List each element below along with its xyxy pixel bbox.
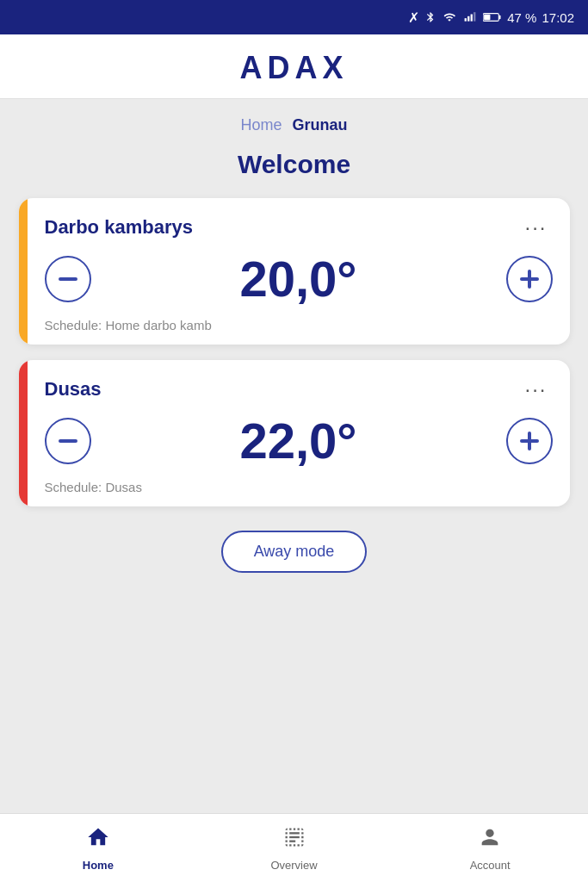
bottom-nav: Home Overview Account	[0, 813, 588, 882]
device-menu-button[interactable]: ···	[519, 214, 552, 241]
device-schedule: Schedule: Home darbo kamb	[45, 318, 553, 332]
svg-rect-13	[289, 832, 300, 834]
breadcrumb: Home Grunau	[240, 116, 347, 134]
app-logo: ADAX	[239, 50, 348, 86]
svg-rect-1	[467, 16, 469, 22]
bluetooth-icon	[424, 9, 436, 25]
battery-percent: 47 %	[507, 10, 536, 25]
device-card-header: Darbo kambarys ···	[45, 214, 553, 241]
svg-rect-0	[465, 18, 467, 22]
temp-decrease-button-2[interactable]	[45, 418, 91, 464]
breadcrumb-home[interactable]: Home	[240, 116, 282, 134]
nav-item-overview[interactable]: Overview	[196, 825, 393, 872]
svg-rect-6	[484, 15, 490, 21]
device-temp-row: 20,0°	[45, 250, 553, 307]
temperature-value-2: 22,0°	[91, 412, 506, 469]
nav-label-home: Home	[83, 859, 114, 872]
main-content: Home Grunau Welcome Darbo kambarys ··· 2…	[0, 99, 588, 813]
temp-increase-button[interactable]	[506, 256, 553, 302]
temperature-value: 20,0°	[91, 250, 506, 307]
temp-decrease-button[interactable]	[45, 256, 91, 302]
svg-rect-14	[289, 835, 300, 837]
device-name: Darbo kambarys	[45, 216, 193, 239]
home-icon	[86, 825, 110, 855]
device-card-darbo-kambarys: Darbo kambarys ··· 20,0° Schedule: Home …	[19, 198, 570, 345]
temp-increase-button-2[interactable]	[506, 418, 553, 464]
welcome-title: Welcome	[238, 150, 350, 179]
status-icons: ✗ 47 % 17:02	[408, 9, 574, 26]
svg-rect-3	[473, 12, 475, 22]
svg-rect-9	[520, 277, 539, 281]
svg-rect-5	[499, 16, 501, 19]
device-card-header-2: Dusas ···	[45, 376, 553, 403]
clock: 17:02	[542, 10, 574, 25]
nav-item-home[interactable]: Home	[0, 825, 196, 872]
device-menu-button-2[interactable]: ···	[519, 376, 552, 403]
nav-label-overview: Overview	[270, 859, 317, 872]
device-indicator-red	[19, 360, 28, 506]
svg-rect-2	[471, 15, 473, 22]
bluetooth-icon: ✗	[408, 9, 419, 26]
svg-rect-7	[59, 277, 77, 281]
device-card-inner-2: Dusas ··· 22,0° Schedule: Dusas	[28, 360, 570, 506]
battery-icon	[483, 11, 502, 23]
nav-item-account[interactable]: Account	[392, 825, 588, 872]
status-bar: ✗ 47 % 17:02	[0, 0, 588, 34]
device-card-dusas: Dusas ··· 22,0° Schedule: Dusas	[19, 360, 570, 506]
device-temp-row-2: 22,0°	[45, 412, 553, 469]
device-card-inner: Darbo kambarys ··· 20,0° Schedule: Home …	[28, 198, 570, 345]
account-icon	[478, 825, 502, 855]
overview-icon	[282, 825, 306, 855]
device-name-2: Dusas	[45, 378, 102, 401]
svg-rect-10	[59, 439, 77, 443]
signal-icon	[462, 11, 478, 23]
breadcrumb-current: Grunau	[293, 116, 348, 134]
device-indicator-yellow	[19, 198, 28, 345]
device-schedule-2: Schedule: Dusas	[45, 480, 553, 494]
wifi-icon	[442, 11, 457, 23]
nav-label-account: Account	[470, 859, 511, 872]
svg-rect-15	[289, 840, 295, 842]
away-mode-button[interactable]: Away mode	[221, 531, 368, 573]
svg-rect-12	[520, 439, 539, 443]
app-header: ADAX	[0, 34, 588, 99]
